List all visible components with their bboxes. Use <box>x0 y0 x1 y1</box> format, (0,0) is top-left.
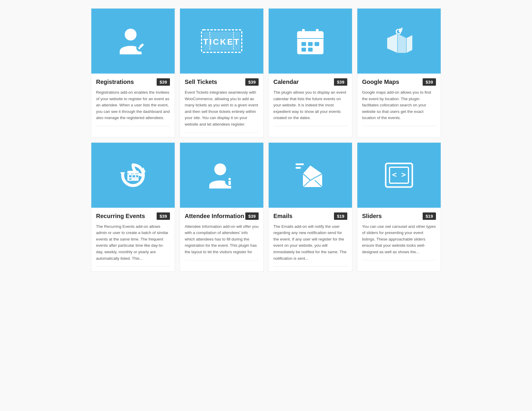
card-calendar: Calendar $39 The plugin allows you to di… <box>268 8 352 138</box>
card-desc-google-maps: Google maps add-on allows you to find th… <box>362 89 436 121</box>
card-divider-sliders <box>362 260 436 260</box>
card-desc-attendee-information: Attendee Information add-on will offer y… <box>185 223 259 255</box>
card-desc-emails: The Emails add-on will notify the user r… <box>273 223 347 262</box>
svg-rect-19 <box>308 48 313 51</box>
card-title-attendee-information: Attendee Information <box>185 213 244 220</box>
svg-marker-25 <box>120 172 125 177</box>
card-price-calendar: $39 <box>334 78 347 86</box>
card-title-emails: Emails <box>273 213 292 220</box>
card-attendee-information: Attendee Information $39 Attendee Inform… <box>180 142 264 272</box>
card-body-emails: Emails $19 The Emails add-on will notify… <box>269 208 352 272</box>
card-image-sliders: < > <box>357 143 441 208</box>
card-image-google-maps: G <box>357 9 441 74</box>
card-price-google-maps: $39 <box>423 78 436 86</box>
card-divider-calendar <box>273 126 347 126</box>
svg-point-0 <box>125 29 137 40</box>
card-divider-google-maps <box>362 126 436 126</box>
card-title-registrations: Registrations <box>96 79 134 85</box>
card-title-row-emails: Emails $19 <box>273 212 347 220</box>
card-title-row-sell-tickets: Sell Tickets $39 <box>185 78 259 86</box>
card-divider-registrations <box>96 126 170 126</box>
svg-rect-32 <box>133 175 135 177</box>
card-title-row-calendar: Calendar $39 <box>273 78 347 86</box>
card-google-maps: G Google Maps $39 Google maps add-on all… <box>357 8 441 138</box>
card-sliders: < > Sliders $19 You can use owl carousel… <box>357 142 441 272</box>
card-emails: Emails $19 The Emails add-on will notify… <box>268 142 352 272</box>
card-title-row-google-maps: Google Maps $39 <box>362 78 436 86</box>
card-price-sell-tickets: $39 <box>245 78 259 86</box>
svg-rect-40 <box>228 181 231 185</box>
card-image-emails <box>269 143 352 208</box>
svg-text:< >: < > <box>392 170 406 179</box>
card-title-sliders: Sliders <box>362 213 382 220</box>
card-title-row-sliders: Sliders $19 <box>362 212 436 220</box>
svg-rect-14 <box>316 29 319 35</box>
card-divider-recurring-events <box>96 266 170 267</box>
svg-rect-35 <box>129 172 131 175</box>
card-body-sell-tickets: Sell Tickets $39 Event Tickets integrate… <box>180 74 263 137</box>
svg-rect-17 <box>314 42 319 46</box>
card-price-attendee-information: $39 <box>245 212 259 220</box>
card-recurring-events: Recurring Events $39 The Recurring Event… <box>91 142 175 272</box>
card-body-recurring-events: Recurring Events $39 The Recurring Event… <box>91 208 175 272</box>
card-desc-sell-tickets: Event Tickets integrates seamlessly with… <box>185 89 259 128</box>
card-image-recurring-events <box>91 143 175 208</box>
card-title-row-registrations: Registrations $39 <box>96 78 170 86</box>
card-image-attendee-information <box>180 143 263 208</box>
card-price-registrations: $39 <box>157 78 170 86</box>
card-price-recurring-events: $39 <box>157 212 170 220</box>
svg-text:TICKET: TICKET <box>203 37 240 46</box>
card-title-recurring-events: Recurring Events <box>96 213 145 220</box>
card-title-row-recurring-events: Recurring Events $39 <box>96 212 170 220</box>
svg-rect-15 <box>301 42 306 46</box>
svg-rect-13 <box>302 29 305 35</box>
card-divider-emails <box>273 266 347 267</box>
card-body-attendee-information: Attendee Information $39 Attendee Inform… <box>180 208 263 265</box>
svg-rect-11 <box>297 35 324 38</box>
svg-point-39 <box>228 178 231 180</box>
card-divider-sell-tickets <box>185 132 259 133</box>
card-price-sliders: $19 <box>423 212 436 220</box>
card-body-sliders: Sliders $19 You can use owl carousel and… <box>357 208 441 265</box>
addon-grid: Registrations $39 Registrations add-on e… <box>89 0 443 280</box>
card-image-sell-tickets: TICKET <box>180 9 263 74</box>
card-title-row-attendee-information: Attendee Information $39 <box>185 212 259 220</box>
card-body-google-maps: Google Maps $39 Google maps add-on allow… <box>357 74 441 131</box>
card-image-registrations <box>91 9 175 74</box>
card-title-google-maps: Google Maps <box>362 79 399 85</box>
card-divider-attendee-information <box>185 260 259 260</box>
svg-point-22 <box>401 27 403 29</box>
svg-rect-33 <box>136 175 138 177</box>
svg-rect-42 <box>296 167 301 169</box>
card-desc-calendar: The plugin allows you to display an even… <box>273 89 347 121</box>
card-title-sell-tickets: Sell Tickets <box>185 79 217 85</box>
card-image-calendar <box>269 9 352 74</box>
svg-rect-34 <box>129 178 132 180</box>
svg-rect-31 <box>129 175 132 177</box>
svg-point-37 <box>214 163 226 175</box>
card-desc-recurring-events: The Recurring Events add-on allows admin… <box>96 223 170 262</box>
svg-rect-41 <box>296 163 304 165</box>
card-title-calendar: Calendar <box>273 79 299 85</box>
card-desc-sliders: You can use owl carousel and other types… <box>362 223 436 255</box>
svg-rect-36 <box>134 172 135 175</box>
card-registrations: Registrations $39 Registrations add-on e… <box>91 8 175 138</box>
svg-rect-18 <box>301 48 306 51</box>
card-body-calendar: Calendar $39 The plugin allows you to di… <box>269 74 352 131</box>
svg-rect-16 <box>308 42 313 46</box>
card-sell-tickets: TICKET Sell Tickets $39 Event Tickets in… <box>180 8 264 138</box>
card-price-emails: $19 <box>334 212 347 220</box>
card-desc-registrations: Registrations add-on enables the invitee… <box>96 89 170 121</box>
card-body-registrations: Registrations $39 Registrations add-on e… <box>91 74 175 131</box>
